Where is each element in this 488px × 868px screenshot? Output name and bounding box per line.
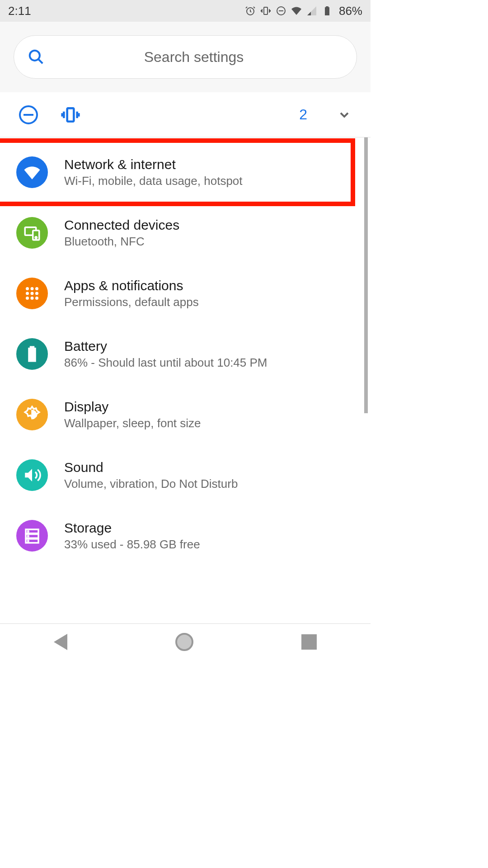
settings-item-sound[interactable]: SoundVolume, vibration, Do Not Disturb (0, 445, 368, 505)
svg-point-13 (35, 292, 38, 295)
item-subtitle: Wi-Fi, mobile, data usage, hotspot (64, 174, 243, 188)
wifi-status-icon (291, 5, 302, 16)
settings-item-devices[interactable]: Connected devicesBluetooth, NFC (0, 203, 368, 263)
chevron-down-icon[interactable] (337, 108, 352, 122)
item-subtitle: Permissions, default apps (64, 295, 199, 309)
search-area (0, 22, 371, 92)
storage-icon (16, 520, 48, 552)
item-text: Apps & notificationsPermissions, default… (64, 278, 199, 309)
svg-point-10 (35, 287, 38, 290)
dnd-icon (276, 5, 286, 16)
svg-point-3 (30, 51, 40, 61)
item-text: Storage33% used - 85.98 GB free (64, 520, 200, 552)
system-nav-bar (0, 623, 371, 660)
status-icons: 86% (245, 4, 362, 18)
settings-item-display[interactable]: DisplayWallpaper, sleep, font size (0, 384, 368, 445)
item-title: Battery (64, 339, 267, 354)
suggestions-count: 2 (299, 106, 307, 123)
search-bar[interactable] (14, 35, 357, 79)
alarm-icon (245, 5, 256, 16)
battery-icon (322, 5, 333, 16)
settings-item-apps[interactable]: Apps & notificationsPermissions, default… (0, 263, 368, 324)
item-text: DisplayWallpaper, sleep, font size (64, 399, 201, 430)
svg-point-8 (26, 287, 29, 290)
item-subtitle: Volume, vibration, Do Not Disturb (64, 477, 238, 491)
svg-point-11 (26, 292, 29, 295)
svg-point-12 (31, 292, 34, 295)
svg-point-22 (28, 541, 28, 542)
item-subtitle: 86% - Should last until about 10:45 PM (64, 356, 267, 370)
svg-point-7 (35, 237, 37, 239)
svg-point-20 (28, 531, 28, 532)
item-text: Connected devicesBluetooth, NFC (64, 217, 179, 249)
suggestions-strip[interactable]: 2 (0, 92, 371, 137)
item-subtitle: 33% used - 85.98 GB free (64, 538, 200, 552)
status-bar: 2:11 86% (0, 0, 371, 22)
item-title: Apps & notifications (64, 278, 199, 293)
item-subtitle: Wallpaper, sleep, font size (64, 416, 201, 430)
battery-percent: 86% (339, 4, 362, 18)
svg-point-16 (35, 297, 38, 300)
svg-point-15 (31, 297, 34, 300)
settings-panel: Network & internetWi-Fi, mobile, data us… (0, 137, 371, 623)
settings-item-battery[interactable]: Battery86% - Should last until about 10:… (0, 324, 368, 384)
apps-icon (16, 278, 48, 309)
search-input[interactable] (45, 49, 343, 66)
settings-item-storage[interactable]: Storage33% used - 85.98 GB free (0, 505, 368, 566)
item-text: SoundVolume, vibration, Do Not Disturb (64, 460, 238, 491)
item-title: Display (64, 399, 201, 415)
settings-item-wifi[interactable]: Network & internetWi-Fi, mobile, data us… (0, 142, 368, 203)
cell-signal-icon (306, 5, 317, 16)
wifi-icon (16, 156, 48, 188)
battery-icon (16, 338, 48, 370)
svg-rect-1 (264, 7, 267, 14)
svg-point-14 (26, 297, 29, 300)
vibrate-suggestion-icon[interactable] (61, 105, 80, 125)
dnd-suggestion-icon[interactable] (19, 105, 38, 124)
settings-list: Network & internetWi-Fi, mobile, data us… (0, 137, 368, 566)
devices-icon (16, 217, 48, 249)
back-button[interactable] (54, 634, 67, 650)
svg-point-21 (28, 536, 28, 537)
sound-icon (16, 459, 48, 491)
overview-button[interactable] (301, 634, 317, 650)
search-icon (28, 48, 45, 66)
svg-point-9 (31, 287, 34, 290)
item-text: Network & internetWi-Fi, mobile, data us… (64, 157, 243, 188)
svg-rect-4 (67, 108, 74, 121)
item-subtitle: Bluetooth, NFC (64, 235, 179, 249)
vibrate-icon (260, 5, 271, 16)
item-title: Network & internet (64, 157, 243, 172)
item-title: Connected devices (64, 217, 179, 233)
status-time: 2:11 (8, 4, 31, 18)
item-text: Battery86% - Should last until about 10:… (64, 339, 267, 370)
item-title: Sound (64, 460, 238, 475)
display-icon (16, 399, 48, 430)
home-button[interactable] (175, 633, 193, 651)
item-title: Storage (64, 520, 200, 536)
